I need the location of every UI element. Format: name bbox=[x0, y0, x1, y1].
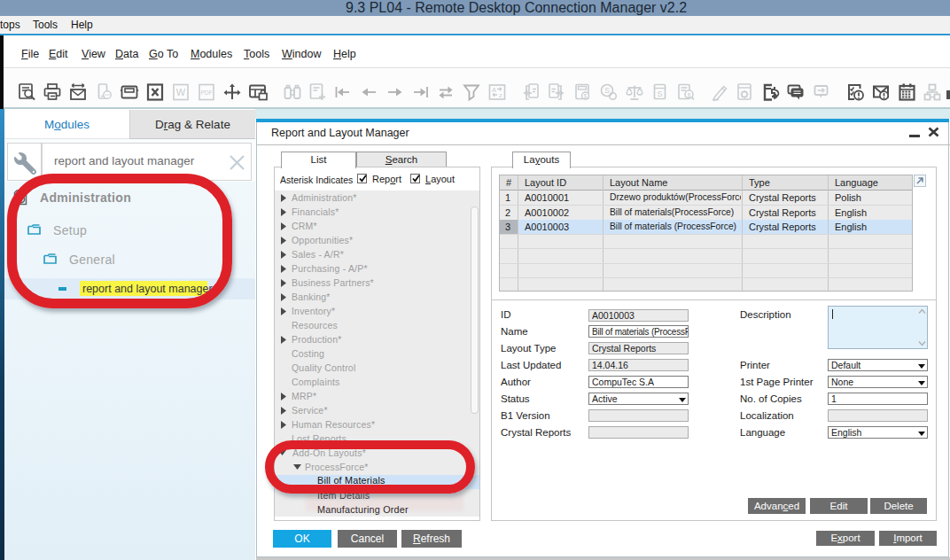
svg-text:W: W bbox=[176, 87, 186, 97]
svg-text:PDF: PDF bbox=[201, 89, 213, 96]
svg-text:z: z bbox=[499, 91, 502, 99]
svg-text:A: A bbox=[492, 86, 496, 94]
svg-text:$: $ bbox=[584, 93, 588, 99]
svg-text:S: S bbox=[657, 89, 662, 98]
svg-text:S: S bbox=[604, 86, 610, 95]
